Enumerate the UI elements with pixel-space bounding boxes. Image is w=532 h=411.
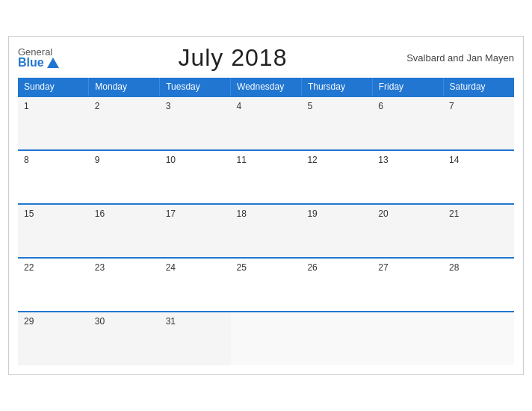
calendar-day-cell	[301, 312, 372, 365]
day-number: 15	[24, 208, 34, 219]
weekday-header-row: Sunday Monday Tuesday Wednesday Thursday…	[18, 78, 514, 96]
calendar-day-cell: 16	[89, 204, 160, 258]
day-number: 17	[166, 208, 176, 219]
day-number: 16	[95, 208, 105, 219]
day-number: 12	[307, 155, 317, 165]
day-number: 28	[449, 262, 459, 273]
logo: General Blue	[18, 47, 59, 69]
col-wednesday: Wednesday	[231, 78, 302, 96]
calendar-day-cell: 15	[18, 204, 89, 258]
calendar-day-cell: 26	[301, 258, 372, 312]
day-number: 22	[24, 262, 34, 273]
day-number: 11	[237, 155, 247, 165]
calendar-day-cell: 29	[18, 312, 89, 365]
day-number: 2	[95, 101, 100, 111]
day-number: 29	[24, 316, 34, 327]
calendar-day-cell: 6	[372, 96, 443, 150]
calendar-day-cell: 13	[372, 150, 443, 204]
calendar-day-cell: 3	[160, 96, 231, 150]
day-number: 26	[307, 262, 317, 273]
day-number: 31	[166, 316, 176, 327]
calendar-day-cell: 5	[301, 96, 372, 150]
day-number: 10	[166, 155, 176, 165]
calendar-day-cell: 17	[160, 204, 231, 258]
calendar-day-cell: 19	[301, 204, 372, 258]
day-number: 8	[24, 155, 29, 165]
day-number: 27	[378, 262, 388, 273]
calendar-day-cell: 10	[160, 150, 231, 204]
day-number: 6	[378, 101, 383, 111]
calendar-day-cell: 4	[231, 96, 302, 150]
calendar-day-cell: 27	[372, 258, 443, 312]
calendar-week-row: 1234567	[18, 96, 514, 150]
col-sunday: Sunday	[18, 78, 89, 96]
col-saturday: Saturday	[443, 78, 514, 96]
day-number: 25	[237, 262, 247, 273]
day-number: 4	[237, 101, 242, 111]
calendar-day-cell: 8	[18, 150, 89, 204]
col-monday: Monday	[89, 78, 160, 96]
calendar-day-cell: 11	[231, 150, 302, 204]
calendar-day-cell: 20	[372, 204, 443, 258]
logo-triangle-icon	[47, 58, 59, 68]
calendar-day-cell: 2	[89, 96, 160, 150]
calendar-day-cell: 30	[89, 312, 160, 365]
day-number: 9	[95, 155, 100, 165]
calendar-body: 1234567891011121314151617181920212223242…	[18, 96, 514, 365]
calendar-day-cell: 23	[89, 258, 160, 312]
day-number: 1	[24, 101, 29, 111]
day-number: 14	[449, 155, 459, 165]
region-label: Svalbard and Jan Mayen	[406, 52, 514, 64]
calendar-day-cell	[231, 312, 302, 365]
calendar-day-cell: 24	[160, 258, 231, 312]
calendar-container: General Blue July 2018 Svalbard and Jan …	[8, 36, 524, 375]
day-number: 19	[307, 208, 317, 219]
day-number: 18	[237, 208, 247, 219]
calendar-day-cell: 25	[231, 258, 302, 312]
day-number: 13	[378, 155, 388, 165]
day-number: 23	[95, 262, 105, 273]
day-number: 5	[307, 101, 312, 111]
calendar-week-row: 22232425262728	[18, 258, 514, 312]
day-number: 20	[378, 208, 388, 219]
col-friday: Friday	[372, 78, 443, 96]
calendar-day-cell: 21	[443, 204, 514, 258]
calendar-header: General Blue July 2018 Svalbard and Jan …	[18, 44, 514, 72]
calendar-day-cell: 28	[443, 258, 514, 312]
calendar-day-cell: 9	[89, 150, 160, 204]
calendar-title: July 2018	[178, 44, 287, 72]
col-thursday: Thursday	[301, 78, 372, 96]
calendar-week-row: 891011121314	[18, 150, 514, 204]
calendar-day-cell: 1	[18, 96, 89, 150]
day-number: 24	[166, 262, 176, 273]
calendar-day-cell: 14	[443, 150, 514, 204]
day-number: 21	[449, 208, 459, 219]
calendar-day-cell	[372, 312, 443, 365]
calendar-day-cell	[443, 312, 514, 365]
calendar-week-row: 293031	[18, 312, 514, 365]
col-tuesday: Tuesday	[160, 78, 231, 96]
day-number: 3	[166, 101, 171, 111]
calendar-day-cell: 7	[443, 96, 514, 150]
calendar-table: Sunday Monday Tuesday Wednesday Thursday…	[18, 78, 514, 365]
day-number: 30	[95, 316, 105, 327]
calendar-day-cell: 22	[18, 258, 89, 312]
calendar-day-cell: 18	[231, 204, 302, 258]
calendar-day-cell: 12	[301, 150, 372, 204]
logo-blue-text: Blue	[18, 57, 59, 69]
calendar-week-row: 15161718192021	[18, 204, 514, 258]
day-number: 7	[449, 101, 454, 111]
calendar-day-cell: 31	[160, 312, 231, 365]
